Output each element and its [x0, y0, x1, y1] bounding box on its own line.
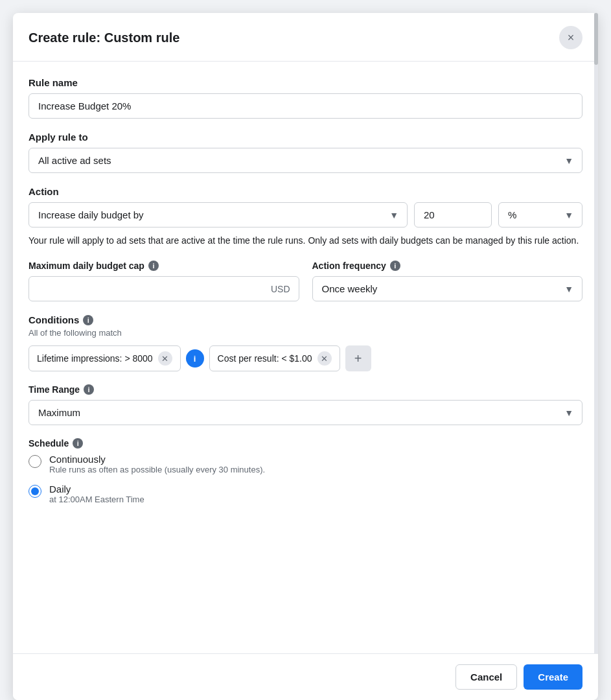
apply-rule-select[interactable]: All active ad sets All active campaigns …	[29, 148, 582, 173]
schedule-label: Schedule i	[29, 438, 582, 449]
action-label: Action	[29, 186, 582, 197]
scrollbar-thumb[interactable]	[594, 13, 598, 65]
create-button[interactable]: Create	[524, 664, 582, 690]
action-number-wrapper	[414, 202, 492, 228]
schedule-daily-label[interactable]: Daily at 12:00AM Eastern Time	[49, 484, 144, 504]
schedule-continuously-option: Continuously Rule runs as often as possi…	[29, 454, 582, 474]
time-range-select-wrapper: Maximum Today Last 7 days Last 14 days L…	[29, 400, 582, 425]
action-row: Increase daily budget by Decrease daily …	[29, 202, 582, 228]
action-type-select-wrapper: Increase daily budget by Decrease daily …	[29, 202, 408, 228]
close-button[interactable]: ×	[559, 26, 582, 49]
schedule-section: Schedule i Continuously Rule runs as oft…	[29, 438, 582, 504]
action-info-text: Your rule will apply to ad sets that are…	[29, 234, 582, 248]
schedule-daily-option: Daily at 12:00AM Eastern Time	[29, 484, 582, 504]
action-unit-select[interactable]: % USD	[498, 202, 582, 228]
apply-rule-section: Apply rule to All active ad sets All act…	[29, 132, 582, 173]
modal-header: Create rule: Custom rule ×	[13, 13, 598, 62]
condition-chip-1: Lifetime impressions: > 8000 ✕	[29, 345, 181, 371]
condition-chip-2-remove-button[interactable]: ✕	[317, 351, 332, 366]
modal-title: Create rule: Custom rule	[29, 30, 179, 45]
rule-name-label: Rule name	[29, 77, 582, 88]
action-unit-select-wrapper: % USD ▼	[498, 202, 582, 228]
action-frequency-col: Action frequency i Once weekly Once dail…	[312, 261, 583, 301]
modal-footer: Cancel Create	[13, 653, 598, 700]
schedule-continuously-label[interactable]: Continuously Rule runs as often as possi…	[49, 454, 265, 474]
cancel-button[interactable]: Cancel	[455, 664, 517, 690]
conditions-info-icon[interactable]: i	[83, 315, 93, 325]
rule-name-section: Rule name	[29, 77, 582, 119]
time-range-info-icon[interactable]: i	[84, 384, 94, 395]
conditions-info-button[interactable]: i	[186, 349, 204, 368]
scrollbar-track	[594, 13, 598, 700]
conditions-row: Lifetime impressions: > 8000 ✕ i Cost pe…	[29, 345, 582, 371]
budget-cap-input-wrapper: USD	[29, 276, 299, 301]
action-frequency-info-icon[interactable]: i	[390, 261, 400, 271]
action-type-select[interactable]: Increase daily budget by Decrease daily …	[29, 202, 408, 228]
budget-cap-label: Maximum daily budget cap i	[29, 261, 299, 271]
apply-rule-label: Apply rule to	[29, 132, 582, 143]
apply-rule-select-wrapper: All active ad sets All active campaigns …	[29, 148, 582, 173]
condition-chip-1-text: Lifetime impressions: > 8000	[37, 353, 153, 364]
conditions-title: Conditions i	[29, 314, 582, 325]
condition-chip-1-remove-button[interactable]: ✕	[158, 351, 172, 366]
create-rule-modal: Create rule: Custom rule × Rule name App…	[13, 13, 598, 700]
condition-chip-2: Cost per result: < $1.00 ✕	[209, 345, 340, 371]
budget-cap-info-icon[interactable]: i	[148, 261, 159, 271]
action-amount-input[interactable]	[414, 202, 492, 228]
conditions-section: Conditions i All of the following match …	[29, 314, 582, 371]
time-range-section: Time Range i Maximum Today Last 7 days L…	[29, 384, 582, 425]
modal-body: Rule name Apply rule to All active ad se…	[13, 62, 598, 700]
action-frequency-select-wrapper: Once weekly Once daily Continuously ▼	[312, 276, 583, 301]
condition-chip-2-text: Cost per result: < $1.00	[218, 353, 312, 364]
conditions-sub-label: All of the following match	[29, 328, 582, 338]
schedule-daily-radio[interactable]	[29, 485, 41, 498]
action-frequency-label: Action frequency i	[312, 261, 583, 271]
time-range-label: Time Range i	[29, 384, 582, 395]
budget-cap-col: Maximum daily budget cap i USD	[29, 261, 299, 301]
action-section: Action Increase daily budget by Decrease…	[29, 186, 582, 248]
rule-name-input[interactable]	[29, 93, 582, 119]
budget-cap-input[interactable]	[29, 276, 299, 301]
schedule-continuously-radio[interactable]	[29, 455, 41, 468]
add-condition-button[interactable]: +	[345, 345, 371, 371]
budget-frequency-row: Maximum daily budget cap i USD Action fr…	[29, 261, 582, 301]
action-frequency-select[interactable]: Once weekly Once daily Continuously	[312, 276, 583, 301]
time-range-select[interactable]: Maximum Today Last 7 days Last 14 days L…	[29, 400, 582, 425]
schedule-info-icon[interactable]: i	[73, 438, 83, 449]
